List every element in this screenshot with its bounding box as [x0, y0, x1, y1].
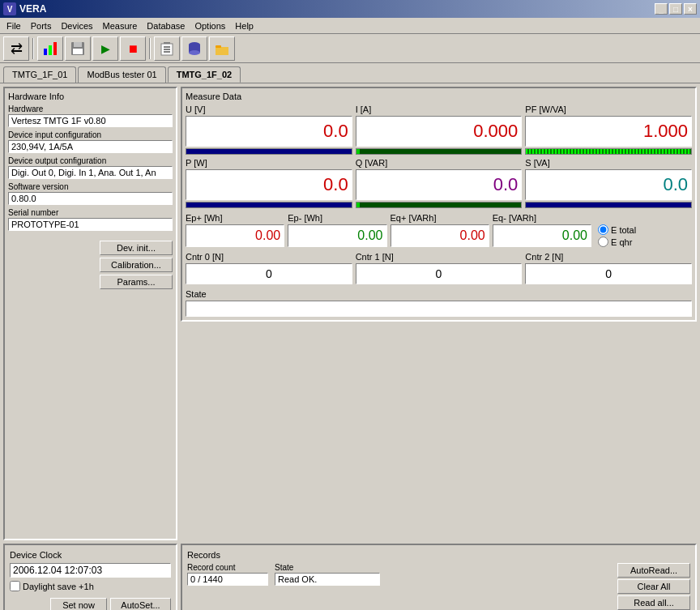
toolbar-button-7[interactable]: [181, 36, 207, 61]
record-state-value: Read OK.: [275, 573, 380, 586]
hardware-value: Vertesz TMTG 1F v0.80: [8, 114, 173, 127]
measure-value-pf: 1.000: [525, 116, 692, 147]
input-config-value: 230,94V, 1A/5A: [8, 140, 173, 153]
measure-value-eqp: 0.00: [391, 224, 489, 247]
title-bar: V VERA _ □ ×: [0, 0, 700, 18]
toolbar-button-1[interactable]: ⇄: [3, 36, 29, 61]
bottom-row: Device Clock 2006.12.04 12:07:03 Dayligh…: [0, 544, 700, 610]
daylight-checkbox[interactable]: [10, 581, 20, 591]
records-buttons: AutoRead... Clear All Read all... Read n…: [617, 563, 690, 610]
measure-cell-i: I [A] 0.000: [356, 105, 523, 155]
menu-devices[interactable]: Devices: [56, 19, 97, 32]
measure-label-cntr1: Cntr 1 [N]: [356, 252, 523, 262]
input-config-label: Device input configuration: [8, 130, 173, 139]
e-total-radio[interactable]: [598, 224, 608, 235]
close-button[interactable]: ×: [684, 3, 697, 15]
measure-bar-pf: [525, 148, 692, 155]
measure-value-q: 0.0: [356, 169, 523, 200]
toolbar-button-8[interactable]: [209, 36, 235, 61]
measure-bar-p: [186, 202, 352, 208]
measure-bar-i: [356, 148, 523, 155]
measure-value-cntr2: 0: [525, 263, 692, 284]
right-column: Measure Data U [V] 0.0 I [A] 0.000: [181, 87, 697, 540]
menu-file[interactable]: File: [2, 19, 26, 32]
output-config-value: Digi. Out 0, Digi. In 1, Ana. Out 1, An: [8, 166, 173, 179]
set-now-button[interactable]: Set now: [50, 598, 107, 610]
measure-cell-eqp: Eq+ [VARh] 0.00: [391, 213, 489, 247]
e-total-label: E total: [611, 225, 636, 235]
measure-label-u: U [V]: [186, 105, 352, 114]
measure-label-epm: Ep- [Wh]: [288, 213, 386, 223]
software-version-label: Software version: [8, 182, 173, 191]
app-title: VERA: [19, 3, 46, 15]
measure-value-cntr0: 0: [186, 263, 352, 284]
state-label: State: [186, 289, 692, 299]
records-row: Record count 0 / 1440 State Read OK.: [187, 563, 614, 589]
e-total-radio-label[interactable]: E total: [598, 224, 692, 235]
database-icon: [186, 41, 203, 57]
state-section: State: [186, 289, 692, 317]
measure-bar-q: [356, 202, 523, 208]
menu-options[interactable]: Options: [190, 19, 230, 32]
menu-bar: File Ports Devices Measure Database Opti…: [0, 18, 700, 34]
maximize-button[interactable]: □: [669, 3, 682, 15]
e-radio-group: E total E qhr: [598, 224, 692, 247]
params-button[interactable]: Params...: [100, 275, 173, 289]
e-qhr-label: E qhr: [611, 237, 632, 247]
hardware-label: Hardware: [8, 105, 173, 113]
tab-tmtg1f01[interactable]: TMTG_1F_01: [3, 66, 76, 83]
measure-cell-p: P [W] 0.0: [186, 158, 352, 208]
clock-time-value: 2006.12.04 12:07:03: [10, 563, 171, 578]
toolbar-button-4[interactable]: ▶: [92, 36, 118, 61]
measure-label-pf: PF [W/VA]: [525, 105, 692, 114]
daylight-checkbox-label[interactable]: Daylight save +1h: [10, 581, 171, 591]
dev-init-button[interactable]: Dev. init...: [100, 241, 173, 255]
toolbar-button-3[interactable]: [65, 36, 91, 61]
svg-rect-1: [49, 45, 52, 55]
measure-label-s: S [VA]: [525, 158, 692, 168]
menu-help[interactable]: Help: [230, 19, 258, 32]
measure-cell-q: Q [VAR] 0.0: [356, 158, 523, 208]
folder-icon: [214, 41, 230, 57]
tab-tmtg1f02[interactable]: TMTG_1F_02: [168, 66, 241, 83]
menu-measure[interactable]: Measure: [98, 19, 143, 32]
clock-buttons: Set now AutoSet...: [10, 598, 171, 610]
toolbar: ⇄ ▶ ⏹: [0, 34, 700, 63]
toolbar-button-6[interactable]: [154, 36, 180, 61]
serial-number-value: PROTOTYPE-01: [8, 218, 173, 231]
records-inner: Record count 0 / 1440 State Read OK. Aut…: [187, 563, 690, 610]
state-value: [186, 301, 692, 317]
counter-grid: Cntr 0 [N] 0 Cntr 1 [N] 0 Cntr 2 [N] 0: [186, 252, 692, 284]
toolbar-button-5[interactable]: ⏹: [120, 36, 146, 61]
device-clock-title: Device Clock: [10, 550, 171, 560]
e-qhr-radio-label[interactable]: E qhr: [598, 237, 692, 247]
toolbar-separator-2: [149, 38, 151, 59]
tabs-bar: TMTG_1F_01 ModBus tester 01 TMTG_1F_02: [0, 63, 700, 83]
daylight-label: Daylight save +1h: [23, 582, 94, 591]
measure-label-cntr2: Cntr 2 [N]: [525, 252, 692, 262]
e-qhr-radio[interactable]: [598, 237, 608, 247]
measure-data-title: Measure Data: [186, 92, 692, 101]
record-state-label: State: [275, 563, 380, 572]
measure-data-panel: Measure Data U [V] 0.0 I [A] 0.000: [181, 87, 697, 322]
auto-read-button[interactable]: AutoRead...: [617, 563, 690, 578]
calibration-button[interactable]: Calibration...: [100, 258, 173, 272]
minimize-button[interactable]: _: [655, 3, 668, 15]
measure-label-i: I [A]: [356, 105, 523, 114]
menu-ports[interactable]: Ports: [26, 19, 57, 32]
measure-label-eqm: Eq- [VARh]: [493, 213, 591, 223]
measure-cell-cntr0: Cntr 0 [N] 0: [186, 252, 352, 284]
records-panel: Records Record count 0 / 1440 State Read…: [181, 544, 697, 610]
hardware-info-title: Hardware Info: [8, 92, 173, 101]
save-icon: [70, 41, 86, 57]
read-all-button[interactable]: Read all...: [617, 595, 690, 610]
auto-set-button[interactable]: AutoSet...: [110, 598, 171, 610]
svg-rect-15: [216, 45, 221, 48]
toolbar-button-2[interactable]: [37, 36, 63, 61]
tab-modbus[interactable]: ModBus tester 01: [78, 66, 165, 83]
svg-point-13: [189, 50, 200, 55]
svg-rect-5: [73, 49, 83, 54]
measure-label-q: Q [VAR]: [356, 158, 523, 168]
clear-all-button[interactable]: Clear All: [617, 579, 690, 594]
menu-database[interactable]: Database: [142, 19, 190, 32]
